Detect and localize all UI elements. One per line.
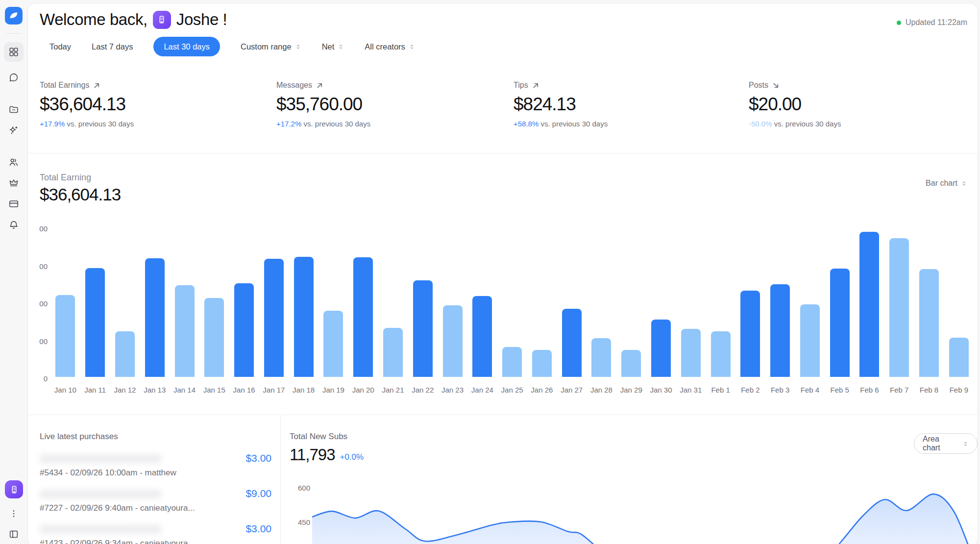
trend-down-icon [772, 82, 780, 89]
bar-feb-6[interactable] [859, 232, 879, 377]
bar-feb-8[interactable] [919, 269, 939, 377]
bar-slot-feb-2 [735, 221, 765, 377]
unfold-chevrons-icon [409, 43, 415, 50]
bar-slot-feb-8 [914, 221, 944, 377]
filter-label: Custom range [241, 42, 292, 51]
bar-slot-jan-19 [318, 221, 348, 377]
sidebar-item-ai[interactable] [4, 121, 24, 140]
kpi-change-percent: +58.8% [514, 120, 539, 128]
sidebar-item-payments[interactable] [4, 194, 24, 214]
bar-jan-21[interactable] [383, 328, 403, 377]
x-axis-label: Jan 21 [378, 386, 408, 394]
bar-slot-jan-27 [557, 221, 587, 377]
bar-jan-13[interactable] [145, 258, 165, 377]
unfold-chevrons-icon [295, 43, 301, 50]
section-divider [28, 415, 978, 415]
x-axis-label: Jan 15 [199, 386, 229, 394]
sidebar-item-notifications[interactable] [4, 215, 24, 235]
bar-feb-5[interactable] [830, 269, 850, 377]
filter-label: Last 7 days [92, 42, 133, 51]
x-axis-label: Jan 16 [229, 386, 259, 394]
bar-jan-20[interactable] [353, 257, 373, 377]
bar-slot-jan-24 [467, 221, 497, 377]
filter-custom-range[interactable]: Custom range [241, 42, 301, 51]
bar-jan-17[interactable] [264, 259, 284, 377]
kpi-value: $36,604.13 [40, 94, 276, 115]
bar-jan-18[interactable] [294, 257, 314, 377]
bar-jan-22[interactable] [413, 280, 433, 377]
bar-feb-4[interactable] [800, 304, 820, 377]
filter-last-7-days[interactable]: Last 7 days [92, 42, 133, 51]
bar-slot-jan-10 [50, 221, 80, 377]
earnings-x-axis: Jan 10Jan 11Jan 12Jan 13Jan 14Jan 15Jan … [50, 386, 974, 394]
chart-type-selector[interactable]: Bar chart [926, 179, 967, 188]
bar-jan-16[interactable] [234, 283, 254, 377]
filter-all-creators[interactable]: All creators [365, 42, 415, 51]
kpi-change-note: vs. previous 30 days [539, 120, 608, 128]
filter-last-30-days[interactable]: Last 30 days [153, 37, 220, 56]
bar-jan-12[interactable] [115, 331, 135, 377]
x-axis-label: Feb 6 [855, 386, 884, 394]
bar-feb-1[interactable] [711, 331, 731, 377]
purchase-row: $3.00#1423 - 02/09/26 9:34am - canieatyo… [40, 523, 271, 544]
bar-jan-24[interactable] [472, 296, 492, 377]
bar-jan-31[interactable] [681, 329, 701, 377]
bar-slot-jan-20 [348, 221, 378, 377]
sidebar [0, 0, 27, 544]
main-panel: Welcome back, Joshe ! Updated 11:22am To… [27, 3, 978, 544]
bar-jan-11[interactable] [85, 268, 105, 377]
media-folder-icon [8, 104, 19, 115]
bar-feb-3[interactable] [770, 284, 790, 377]
bar-jan-15[interactable] [204, 298, 224, 377]
filter-today[interactable]: Today [49, 42, 71, 51]
bar-slot-jan-16 [229, 221, 259, 377]
more-menu-button[interactable] [4, 504, 24, 523]
bar-jan-10[interactable] [55, 295, 75, 377]
sparkles-icon [8, 125, 19, 136]
app-logo[interactable] [5, 7, 23, 25]
bar-jan-25[interactable] [502, 347, 522, 377]
bar-jan-23[interactable] [443, 305, 463, 377]
section-divider [28, 153, 978, 153]
status-dot [897, 21, 901, 25]
kpi-label: Total Earnings [40, 81, 89, 90]
purchases-title: Live latest purchases [40, 432, 118, 442]
workspace-avatar[interactable] [5, 480, 23, 498]
kpi-label: Tips [514, 81, 528, 90]
x-axis-label: Jan 22 [408, 386, 438, 394]
unfold-chevrons-icon [338, 43, 344, 50]
bar-feb-7[interactable] [889, 238, 909, 377]
bar-jan-27[interactable] [562, 309, 582, 377]
bar-jan-19[interactable] [323, 311, 343, 377]
credit-card-icon [8, 198, 19, 209]
bar-jan-26[interactable] [532, 350, 552, 377]
bar-jan-29[interactable] [621, 350, 641, 377]
sidebar-item-fans[interactable] [4, 152, 24, 172]
users-icon [8, 157, 19, 168]
bar-feb-9[interactable] [949, 338, 969, 377]
bar-slot-jan-31 [676, 221, 706, 377]
blurred-purchase-name [40, 525, 161, 534]
bar-feb-2[interactable] [740, 291, 760, 377]
sidebar-item-media[interactable] [4, 99, 24, 119]
column-divider [280, 415, 281, 544]
bar-slot-jan-18 [289, 221, 318, 377]
x-axis-label: Jan 12 [110, 386, 140, 394]
trend-up-icon [532, 82, 539, 89]
bar-jan-30[interactable] [651, 320, 671, 377]
dashboard-icon [8, 47, 19, 57]
sidebar-item-subscriptions[interactable] [4, 173, 24, 193]
bar-slot-jan-21 [378, 221, 408, 377]
x-axis-label: Jan 25 [497, 386, 527, 394]
purchase-amount: $3.00 [245, 452, 271, 464]
chart-type-selector[interactable]: Area chart [914, 433, 978, 454]
sidebar-item-dashboard[interactable] [4, 42, 24, 62]
filter-net[interactable]: Net [322, 42, 344, 51]
updated-text: Updated 11:22am [906, 18, 967, 27]
sidebar-item-messages[interactable] [4, 68, 24, 87]
bar-jan-14[interactable] [175, 285, 195, 377]
purchase-row: $3.00#5434 - 02/09/26 10:00am - matthew [40, 452, 271, 481]
bar-jan-28[interactable] [591, 338, 611, 377]
y-axis-tick: 00 [28, 262, 48, 271]
collapse-sidebar-button[interactable] [4, 524, 24, 544]
